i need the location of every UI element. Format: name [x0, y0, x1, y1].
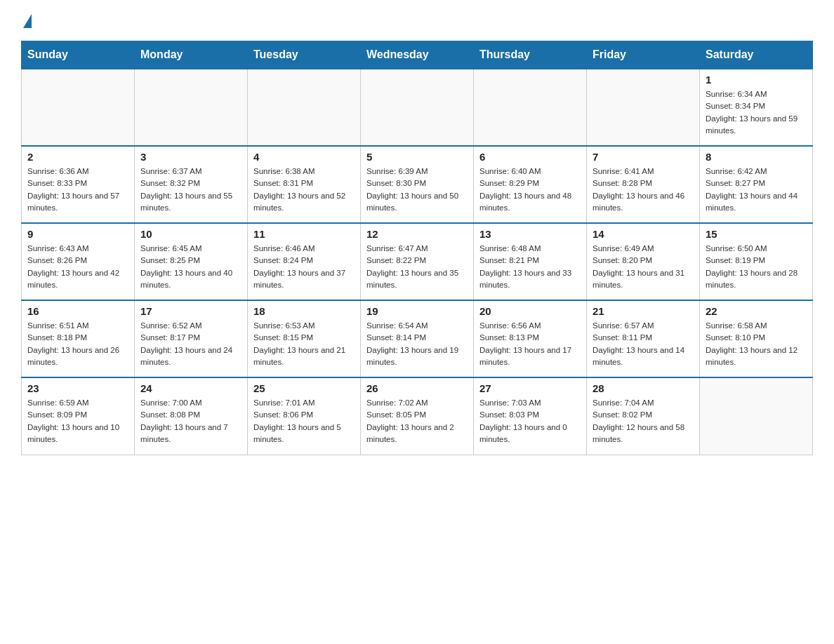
table-row: 2Sunrise: 6:36 AM Sunset: 8:33 PM Daylig… [22, 146, 135, 223]
day-info: Sunrise: 6:45 AM Sunset: 8:25 PM Dayligh… [140, 243, 241, 291]
day-number: 20 [479, 305, 581, 317]
table-row: 8Sunrise: 6:42 AM Sunset: 8:27 PM Daylig… [700, 146, 813, 223]
table-row: 7Sunrise: 6:41 AM Sunset: 8:28 PM Daylig… [587, 146, 700, 223]
day-info: Sunrise: 6:52 AM Sunset: 8:17 PM Dayligh… [140, 320, 241, 368]
table-row [474, 69, 587, 146]
table-row [22, 69, 135, 146]
day-info: Sunrise: 7:04 AM Sunset: 8:02 PM Dayligh… [593, 397, 694, 445]
day-info: Sunrise: 6:46 AM Sunset: 8:24 PM Dayligh… [253, 243, 355, 291]
calendar-week-row: 16Sunrise: 6:51 AM Sunset: 8:18 PM Dayli… [22, 300, 813, 377]
day-number: 17 [140, 305, 241, 317]
table-row: 18Sunrise: 6:53 AM Sunset: 8:15 PM Dayli… [248, 300, 361, 377]
day-info: Sunrise: 6:57 AM Sunset: 8:11 PM Dayligh… [593, 320, 694, 368]
day-info: Sunrise: 6:41 AM Sunset: 8:28 PM Dayligh… [593, 166, 694, 214]
table-row [700, 377, 813, 455]
table-row: 15Sunrise: 6:50 AM Sunset: 8:19 PM Dayli… [700, 223, 813, 300]
table-row: 17Sunrise: 6:52 AM Sunset: 8:17 PM Dayli… [135, 300, 248, 377]
day-number: 1 [706, 74, 807, 86]
table-row: 22Sunrise: 6:58 AM Sunset: 8:10 PM Dayli… [700, 300, 813, 377]
header-wednesday: Wednesday [361, 41, 474, 69]
table-row: 27Sunrise: 7:03 AM Sunset: 8:03 PM Dayli… [474, 377, 587, 455]
calendar-week-row: 1Sunrise: 6:34 AM Sunset: 8:34 PM Daylig… [22, 69, 813, 146]
day-number: 23 [27, 382, 128, 394]
header-tuesday: Tuesday [248, 41, 361, 69]
day-number: 27 [479, 382, 581, 394]
day-info: Sunrise: 6:38 AM Sunset: 8:31 PM Dayligh… [253, 166, 355, 214]
day-number: 18 [253, 305, 355, 317]
day-number: 3 [140, 151, 241, 163]
calendar-header-row: Sunday Monday Tuesday Wednesday Thursday… [22, 41, 813, 69]
day-info: Sunrise: 6:48 AM Sunset: 8:21 PM Dayligh… [479, 243, 581, 291]
day-info: Sunrise: 6:53 AM Sunset: 8:15 PM Dayligh… [253, 320, 355, 368]
day-number: 15 [706, 228, 807, 240]
day-number: 16 [27, 305, 128, 317]
day-info: Sunrise: 6:42 AM Sunset: 8:27 PM Dayligh… [706, 166, 807, 214]
table-row: 1Sunrise: 6:34 AM Sunset: 8:34 PM Daylig… [700, 69, 813, 146]
table-row: 4Sunrise: 6:38 AM Sunset: 8:31 PM Daylig… [248, 146, 361, 223]
table-row: 11Sunrise: 6:46 AM Sunset: 8:24 PM Dayli… [248, 223, 361, 300]
day-number: 19 [366, 305, 468, 317]
day-number: 14 [593, 228, 694, 240]
day-number: 24 [140, 382, 241, 394]
logo [21, 14, 32, 29]
table-row: 25Sunrise: 7:01 AM Sunset: 8:06 PM Dayli… [248, 377, 361, 455]
day-info: Sunrise: 6:58 AM Sunset: 8:10 PM Dayligh… [706, 320, 807, 368]
header-saturday: Saturday [700, 41, 813, 69]
day-number: 28 [593, 382, 694, 394]
table-row: 13Sunrise: 6:48 AM Sunset: 8:21 PM Dayli… [474, 223, 587, 300]
day-number: 21 [593, 305, 694, 317]
table-row: 9Sunrise: 6:43 AM Sunset: 8:26 PM Daylig… [22, 223, 135, 300]
calendar-table: Sunday Monday Tuesday Wednesday Thursday… [21, 41, 813, 455]
day-info: Sunrise: 7:00 AM Sunset: 8:08 PM Dayligh… [140, 397, 241, 445]
day-info: Sunrise: 6:47 AM Sunset: 8:22 PM Dayligh… [366, 243, 468, 291]
table-row [248, 69, 361, 146]
page-header [21, 14, 813, 29]
table-row: 19Sunrise: 6:54 AM Sunset: 8:14 PM Dayli… [361, 300, 474, 377]
day-number: 5 [366, 151, 468, 163]
header-sunday: Sunday [22, 41, 135, 69]
table-row: 21Sunrise: 6:57 AM Sunset: 8:11 PM Dayli… [587, 300, 700, 377]
day-info: Sunrise: 6:40 AM Sunset: 8:29 PM Dayligh… [479, 166, 581, 214]
day-info: Sunrise: 6:34 AM Sunset: 8:34 PM Dayligh… [706, 88, 807, 137]
table-row: 14Sunrise: 6:49 AM Sunset: 8:20 PM Dayli… [587, 223, 700, 300]
table-row: 20Sunrise: 6:56 AM Sunset: 8:13 PM Dayli… [474, 300, 587, 377]
table-row: 28Sunrise: 7:04 AM Sunset: 8:02 PM Dayli… [587, 377, 700, 455]
calendar-week-row: 23Sunrise: 6:59 AM Sunset: 8:09 PM Dayli… [22, 377, 813, 455]
day-info: Sunrise: 6:36 AM Sunset: 8:33 PM Dayligh… [27, 166, 128, 214]
calendar-week-row: 2Sunrise: 6:36 AM Sunset: 8:33 PM Daylig… [22, 146, 813, 223]
day-number: 26 [366, 382, 468, 394]
day-info: Sunrise: 6:54 AM Sunset: 8:14 PM Dayligh… [366, 320, 468, 368]
header-thursday: Thursday [474, 41, 587, 69]
table-row: 3Sunrise: 6:37 AM Sunset: 8:32 PM Daylig… [135, 146, 248, 223]
day-info: Sunrise: 7:02 AM Sunset: 8:05 PM Dayligh… [366, 397, 468, 445]
day-number: 9 [27, 228, 128, 240]
table-row: 10Sunrise: 6:45 AM Sunset: 8:25 PM Dayli… [135, 223, 248, 300]
day-info: Sunrise: 6:56 AM Sunset: 8:13 PM Dayligh… [479, 320, 581, 368]
table-row: 12Sunrise: 6:47 AM Sunset: 8:22 PM Dayli… [361, 223, 474, 300]
day-info: Sunrise: 6:59 AM Sunset: 8:09 PM Dayligh… [27, 397, 128, 445]
day-number: 8 [706, 151, 807, 163]
table-row [135, 69, 248, 146]
table-row [587, 69, 700, 146]
day-info: Sunrise: 6:43 AM Sunset: 8:26 PM Dayligh… [27, 243, 128, 291]
table-row: 6Sunrise: 6:40 AM Sunset: 8:29 PM Daylig… [474, 146, 587, 223]
calendar-week-row: 9Sunrise: 6:43 AM Sunset: 8:26 PM Daylig… [22, 223, 813, 300]
day-info: Sunrise: 6:39 AM Sunset: 8:30 PM Dayligh… [366, 166, 468, 214]
table-row: 26Sunrise: 7:02 AM Sunset: 8:05 PM Dayli… [361, 377, 474, 455]
day-number: 6 [479, 151, 581, 163]
day-number: 25 [253, 382, 355, 394]
day-info: Sunrise: 7:03 AM Sunset: 8:03 PM Dayligh… [479, 397, 581, 445]
day-info: Sunrise: 7:01 AM Sunset: 8:06 PM Dayligh… [253, 397, 355, 445]
day-number: 13 [479, 228, 581, 240]
table-row: 23Sunrise: 6:59 AM Sunset: 8:09 PM Dayli… [22, 377, 135, 455]
day-info: Sunrise: 6:51 AM Sunset: 8:18 PM Dayligh… [27, 320, 128, 368]
table-row: 5Sunrise: 6:39 AM Sunset: 8:30 PM Daylig… [361, 146, 474, 223]
day-number: 22 [706, 305, 807, 317]
day-number: 10 [140, 228, 241, 240]
day-number: 11 [253, 228, 355, 240]
table-row: 24Sunrise: 7:00 AM Sunset: 8:08 PM Dayli… [135, 377, 248, 455]
day-number: 4 [253, 151, 355, 163]
header-friday: Friday [587, 41, 700, 69]
day-info: Sunrise: 6:50 AM Sunset: 8:19 PM Dayligh… [706, 243, 807, 291]
day-number: 12 [366, 228, 468, 240]
